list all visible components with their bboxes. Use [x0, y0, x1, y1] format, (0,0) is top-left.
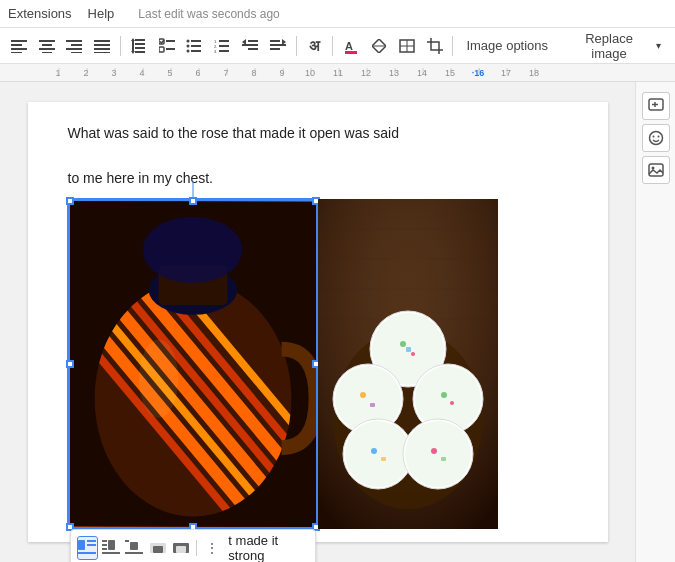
svg-rect-109 [441, 457, 446, 461]
img-toolbar-divider [196, 540, 197, 556]
svg-rect-43 [270, 48, 280, 50]
document-page[interactable]: What was said to the rose that made it o… [28, 102, 608, 542]
wrap-behind-button[interactable] [171, 536, 192, 560]
images-row: ⋮ t made it strong [68, 199, 568, 529]
svg-rect-46 [345, 51, 357, 54]
svg-point-98 [405, 421, 471, 487]
align-right-button[interactable] [62, 33, 88, 59]
indent-more-button[interactable] [265, 33, 291, 59]
text-line-1: What was said to the rose that made it o… [68, 125, 400, 141]
border-button[interactable] [394, 33, 420, 59]
svg-rect-1 [11, 44, 22, 46]
svg-rect-101 [406, 347, 411, 352]
add-emoji-button[interactable] [642, 124, 670, 152]
toolbar-divider-3 [332, 36, 333, 56]
svg-rect-76 [125, 552, 143, 554]
menu-help[interactable]: Help [88, 6, 115, 21]
toolbar-divider-2 [296, 36, 297, 56]
add-comment-button[interactable] [642, 92, 670, 120]
wrap-break-button[interactable] [124, 536, 145, 560]
svg-rect-26 [191, 40, 201, 42]
svg-rect-14 [94, 48, 110, 50]
svg-point-115 [657, 136, 659, 138]
document-content: What was said to the rose that made it o… [0, 82, 635, 562]
align-center-button[interactable] [34, 33, 60, 59]
last-edit-status: Last edit was seconds ago [138, 7, 279, 21]
toolbar-divider-4 [452, 36, 453, 56]
replace-image-label: Replace image [566, 31, 652, 61]
svg-rect-68 [87, 544, 96, 546]
more-image-options-button[interactable]: ⋮ [201, 536, 222, 560]
svg-rect-17 [135, 43, 145, 45]
svg-point-96 [345, 421, 411, 487]
svg-rect-67 [87, 540, 96, 542]
crop-button[interactable] [422, 33, 448, 59]
svg-point-113 [649, 132, 662, 145]
main-toolbar: 1.2.3. अ A Image options Replace image ▾ [0, 28, 675, 64]
svg-rect-74 [102, 552, 120, 554]
svg-rect-7 [42, 52, 52, 53]
font-color-button[interactable]: A [338, 33, 364, 59]
checklist-button[interactable] [154, 33, 180, 59]
handle-middle-left[interactable] [66, 360, 74, 368]
image-options-button[interactable]: Image options [458, 33, 556, 59]
bullet-list-button[interactable] [182, 33, 208, 59]
indent-less-button[interactable] [237, 33, 263, 59]
inline-text-after-toolbar: t made it strong [228, 533, 308, 562]
svg-rect-12 [94, 40, 110, 42]
wrap-with-text-button[interactable] [100, 536, 121, 560]
replace-image-button[interactable]: Replace image ▾ [558, 33, 669, 59]
numbered-list-button[interactable]: 1.2.3. [209, 33, 235, 59]
svg-point-25 [187, 39, 190, 42]
svg-rect-72 [102, 544, 107, 546]
wrap-inline-button[interactable] [77, 536, 99, 560]
add-image-button[interactable] [642, 156, 670, 184]
svg-rect-18 [135, 47, 145, 49]
svg-point-104 [441, 392, 447, 398]
svg-rect-0 [11, 40, 27, 42]
handle-top-middle[interactable] [189, 197, 197, 205]
image-right[interactable] [318, 199, 498, 529]
svg-rect-22 [166, 40, 175, 42]
svg-rect-81 [176, 546, 186, 553]
svg-point-99 [400, 341, 406, 347]
selected-image-left[interactable]: ⋮ t made it strong [68, 199, 318, 529]
wrap-front-button[interactable] [147, 536, 168, 560]
svg-rect-73 [102, 548, 107, 550]
handle-top-left[interactable] [66, 197, 74, 205]
svg-marker-20 [131, 38, 135, 54]
align-left-button[interactable] [6, 33, 32, 59]
svg-rect-5 [42, 44, 52, 46]
svg-rect-19 [135, 51, 145, 53]
svg-rect-41 [270, 40, 280, 42]
right-sidebar [635, 82, 675, 562]
svg-rect-70 [108, 540, 115, 550]
svg-point-105 [450, 401, 454, 405]
svg-rect-36 [219, 50, 229, 52]
menu-extensions[interactable]: Extensions [8, 6, 72, 21]
svg-rect-77 [125, 540, 129, 542]
svg-rect-2 [11, 48, 27, 50]
justify-button[interactable] [89, 33, 115, 59]
highlight-button[interactable] [366, 33, 392, 59]
svg-rect-4 [39, 40, 55, 42]
svg-rect-15 [94, 52, 110, 53]
ceramic-jug-image [70, 201, 316, 527]
svg-rect-13 [94, 44, 110, 46]
svg-point-100 [411, 352, 415, 356]
svg-point-29 [187, 49, 190, 52]
line-spacing-button[interactable] [126, 33, 152, 59]
svg-rect-37 [248, 40, 258, 42]
ruler-marks: 1 2 3 4 5 6 7 8 9 10 11 12 13 14 15 ·16 … [44, 68, 548, 78]
svg-rect-8 [66, 40, 82, 42]
svg-point-27 [187, 44, 190, 47]
svg-rect-79 [153, 546, 163, 553]
svg-point-65 [138, 340, 177, 419]
svg-rect-24 [166, 48, 175, 50]
hindi-a-button[interactable]: अ [302, 33, 328, 59]
svg-rect-64 [158, 266, 227, 305]
svg-rect-71 [102, 540, 107, 542]
svg-rect-11 [71, 52, 82, 53]
svg-rect-23 [159, 47, 164, 52]
document-wrapper: What was said to the rose that made it o… [0, 82, 675, 562]
